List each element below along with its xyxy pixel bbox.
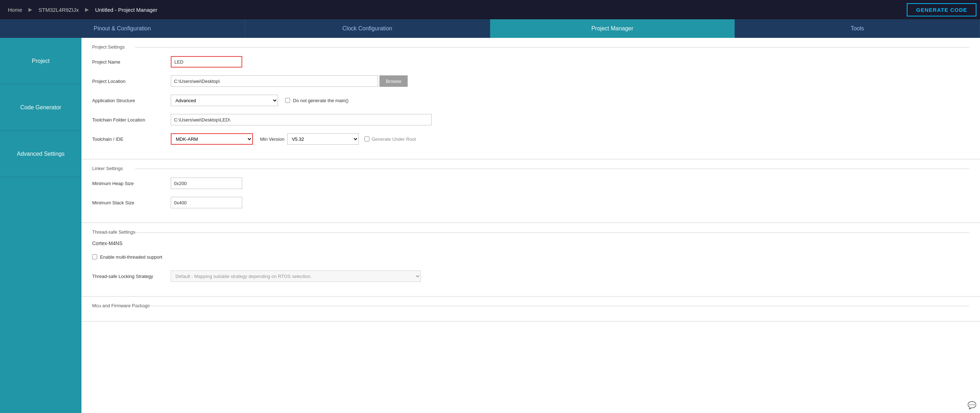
- min-version-select[interactable]: V5.32 V5.33 V5.34 V5.35: [287, 133, 359, 145]
- thread-safe-section: Thread-safe Settings Cortex-M4NS Enable …: [81, 223, 980, 297]
- breadcrumb-chip[interactable]: STM32L4R9ZIJx: [34, 0, 83, 19]
- mcu-firmware-title: Mcu and Firmware Package: [92, 303, 969, 308]
- tab-pinout[interactable]: Pinout & Configuration: [0, 19, 245, 38]
- project-settings-title: Project Settings: [92, 44, 969, 50]
- enable-multithread-label[interactable]: Enable multi-threaded support: [92, 254, 162, 260]
- enable-multithread-row: Enable multi-threaded support: [92, 251, 969, 263]
- min-stack-row: Minimum Stack Size: [92, 196, 969, 209]
- min-heap-input[interactable]: [171, 178, 242, 189]
- linker-settings-section: Linker Settings Minimum Heap Size Minimu…: [81, 159, 980, 223]
- tab-clock[interactable]: Clock Configuration: [245, 19, 490, 38]
- project-name-label: Project Name: [92, 59, 171, 65]
- toolchain-folder-row: Toolchain Folder Location: [92, 113, 969, 126]
- tab-bar: Pinout & Configuration Clock Configurati…: [0, 19, 980, 38]
- top-bar: Home ► STM32L4R9ZIJx ► Untitled - Projec…: [0, 0, 980, 19]
- main-layout: Project Code Generator Advanced Settings…: [0, 38, 980, 413]
- project-location-input[interactable]: [171, 75, 378, 87]
- project-location-row: Project Location Browse: [92, 75, 969, 87]
- locking-strategy-label: Thread-safe Locking Strategy: [92, 274, 171, 279]
- project-location-label: Project Location: [92, 79, 171, 84]
- breadcrumb-arrow-2: ►: [84, 6, 90, 14]
- tab-tools[interactable]: Tools: [735, 19, 980, 38]
- application-structure-select[interactable]: Basic Advanced: [171, 95, 278, 106]
- linker-settings-title: Linker Settings: [92, 166, 969, 171]
- min-stack-label: Minimum Stack Size: [92, 200, 171, 205]
- toolchain-folder-label: Toolchain Folder Location: [92, 117, 171, 122]
- min-heap-row: Minimum Heap Size: [92, 177, 969, 190]
- project-name-row: Project Name: [92, 56, 969, 68]
- project-settings-section: Project Settings Project Name Project Lo…: [81, 38, 980, 159]
- generate-code-button[interactable]: GENERATE CODE: [907, 3, 977, 16]
- toolchain-folder-input[interactable]: [171, 114, 431, 125]
- thread-safe-title: Thread-safe Settings: [92, 229, 969, 235]
- breadcrumb-arrow-1: ►: [27, 6, 33, 14]
- sidebar: Project Code Generator Advanced Settings: [0, 38, 81, 413]
- mcu-firmware-section: Mcu and Firmware Package: [81, 297, 980, 322]
- do-not-generate-main-checkbox-label[interactable]: Do not generate the main(): [285, 98, 348, 103]
- sidebar-item-advanced-settings[interactable]: Advanced Settings: [0, 131, 81, 177]
- enable-multithread-checkbox[interactable]: [92, 254, 97, 259]
- project-name-input[interactable]: [171, 56, 242, 68]
- tab-project-manager[interactable]: Project Manager: [490, 19, 735, 38]
- watermark: 💬: [967, 401, 977, 410]
- generate-under-root-label[interactable]: Generate Under Root: [364, 137, 416, 142]
- application-structure-row: Application Structure Basic Advanced Do …: [92, 94, 969, 107]
- generate-under-root-checkbox[interactable]: [364, 137, 369, 141]
- do-not-generate-main-checkbox[interactable]: [285, 98, 290, 103]
- application-structure-label: Application Structure: [92, 98, 171, 103]
- breadcrumb-home[interactable]: Home: [3, 0, 26, 19]
- min-stack-input[interactable]: [171, 197, 242, 208]
- locking-strategy-row: Thread-safe Locking Strategy Default - M…: [92, 270, 969, 283]
- cortex-label: Cortex-M4NS: [92, 240, 969, 246]
- breadcrumb-project-manager[interactable]: Untitled - Project Manager: [91, 0, 161, 19]
- content-area: Project Settings Project Name Project Lo…: [81, 38, 980, 413]
- sidebar-item-project[interactable]: Project: [0, 38, 81, 84]
- browse-button[interactable]: Browse: [379, 75, 408, 87]
- locking-strategy-select[interactable]: Default - Mapping suitable strategy depe…: [171, 270, 421, 282]
- min-heap-label: Minimum Heap Size: [92, 181, 171, 186]
- sidebar-item-code-generator[interactable]: Code Generator: [0, 84, 81, 131]
- min-version-label: Min Version: [260, 137, 285, 142]
- toolchain-ide-label: Toolchain / IDE: [92, 137, 171, 142]
- toolchain-ide-row: Toolchain / IDE MDK-ARM STM32CubeIDE Mak…: [92, 133, 969, 145]
- toolchain-ide-select[interactable]: MDK-ARM STM32CubeIDE Makefile EWARM: [171, 133, 253, 145]
